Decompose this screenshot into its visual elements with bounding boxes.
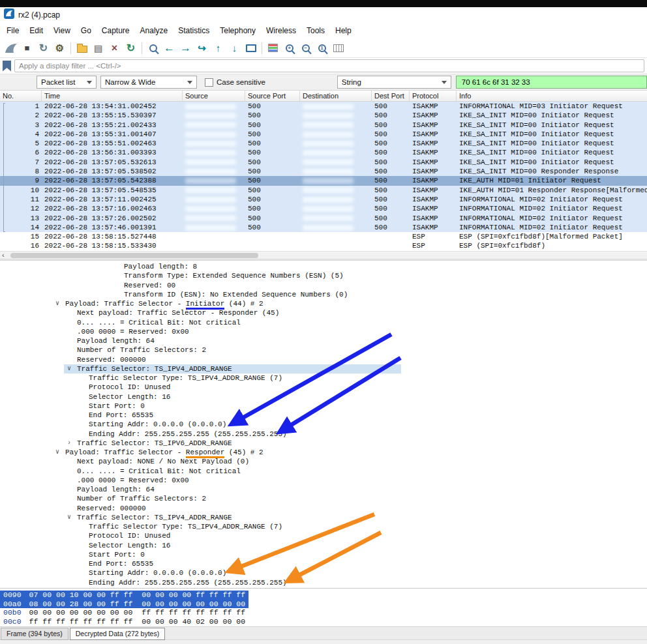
- detail-line[interactable]: Traffic Selector Type: TS_IPV4_ADDR_RANG…: [0, 522, 647, 531]
- search-type-select[interactable]: String: [337, 76, 451, 89]
- scrollbar-thumb[interactable]: [10, 253, 258, 258]
- collapse-icon[interactable]: ∨: [55, 448, 59, 457]
- detail-line[interactable]: Transform Type: Extended Sequence Number…: [0, 271, 647, 280]
- menu-edit[interactable]: Edit: [24, 24, 48, 37]
- collapse-icon[interactable]: ∨: [67, 513, 71, 522]
- menu-help[interactable]: Help: [330, 24, 357, 37]
- menu-statistics[interactable]: Statistics: [173, 24, 215, 37]
- detail-line[interactable]: ∨Payload: Traffic Selector - Responder (…: [0, 448, 647, 457]
- detail-line[interactable]: Reserved: 00: [0, 281, 647, 290]
- detail-line[interactable]: .000 0000 = Reserved: 0x00: [0, 327, 647, 336]
- column-header-dest-port[interactable]: Dest Port: [372, 91, 410, 101]
- packet-row-9[interactable]: 92022-06-28 13:57:05.542388500500ISAKMPI…: [0, 176, 647, 185]
- collapse-icon[interactable]: ∨: [55, 299, 59, 308]
- menu-go[interactable]: Go: [76, 24, 97, 37]
- packet-row-15[interactable]: 152022-06-28 13:58:15.527448ESPESP (SPI=…: [0, 232, 647, 241]
- scroll-left-icon[interactable]: ‹: [2, 251, 5, 259]
- filter-bookmark-icon[interactable]: [3, 61, 11, 72]
- packet-row-11[interactable]: 112022-06-28 13:57:11.002425500500ISAKMP…: [0, 195, 647, 204]
- menu-tools[interactable]: Tools: [301, 24, 330, 37]
- column-header-source[interactable]: Source: [183, 91, 245, 101]
- menu-view[interactable]: View: [48, 24, 76, 37]
- char-width-select[interactable]: Narrow & Wide: [100, 76, 197, 89]
- byte-view-tab[interactable]: Decrypted Data (272 bytes): [70, 628, 165, 640]
- zoom-original-icon[interactable]: 1: [314, 40, 330, 56]
- packet-row-13[interactable]: 132022-06-28 13:57:26.002502500500ISAKMP…: [0, 214, 647, 223]
- detail-line[interactable]: Reserved: 000000: [0, 355, 647, 364]
- go-top-icon[interactable]: ↑: [210, 40, 226, 56]
- detail-line[interactable]: Next payload: NONE / No Next Payload (0): [0, 457, 647, 466]
- detail-line[interactable]: Start Port: 0: [0, 550, 647, 559]
- go-back-icon[interactable]: ←: [161, 40, 177, 56]
- packet-row-16[interactable]: 162022-06-28 13:58:15.533430ESPESP (SPI=…: [0, 241, 647, 250]
- capture-start-icon[interactable]: [3, 40, 19, 56]
- auto-scroll-icon[interactable]: [243, 40, 259, 56]
- packet-row-2[interactable]: 22022-06-28 13:55:15.530397500500ISAKMPI…: [0, 111, 647, 120]
- packet-row-12[interactable]: 122022-06-28 13:57:16.002463500500ISAKMP…: [0, 204, 647, 213]
- open-file-icon[interactable]: [74, 40, 90, 56]
- search-domain-select[interactable]: Packet list: [37, 76, 97, 89]
- detail-line[interactable]: End Port: 65535: [0, 411, 647, 420]
- capture-options-icon[interactable]: ⚙: [52, 40, 68, 56]
- detail-line[interactable]: End Port: 65535: [0, 559, 647, 568]
- detail-line[interactable]: 0... .... = Critical Bit: Not critical: [0, 467, 647, 476]
- detail-line[interactable]: Starting Addr: 0.0.0.0 (0.0.0.0): [0, 420, 647, 429]
- packet-row-4[interactable]: 42022-06-28 13:55:31.001407500500ISAKMPI…: [0, 130, 647, 139]
- packet-row-3[interactable]: 32022-06-28 13:55:21.002433500500ISAKMPI…: [0, 121, 647, 130]
- expand-icon[interactable]: ›: [67, 439, 71, 448]
- packet-row-8[interactable]: 82022-06-28 13:57:05.538502500500ISAKMPI…: [0, 167, 647, 176]
- detail-line[interactable]: Payload length: 8: [0, 262, 647, 271]
- detail-line[interactable]: Selector Length: 16: [0, 541, 647, 550]
- detail-line[interactable]: Number of Traffic Selectors: 2: [0, 345, 647, 355]
- menu-wireless[interactable]: Wireless: [261, 24, 301, 37]
- detail-line[interactable]: Ending Addr: 255.255.255.255 (255.255.25…: [0, 430, 647, 439]
- detail-line[interactable]: Protocol ID: Unused: [0, 531, 647, 540]
- detail-line[interactable]: Payload length: 64: [0, 485, 647, 494]
- detail-line[interactable]: ∨Payload: Traffic Selector - Initiator (…: [0, 299, 647, 308]
- packet-row-1[interactable]: 12022-06-28 13:54:31.002452500500ISAKMPI…: [0, 102, 647, 111]
- detail-line[interactable]: ∨Traffic Selector: TS_IPV4_ADDR_RANGE: [0, 364, 647, 373]
- packet-row-6[interactable]: 62022-06-28 13:56:31.003393500500ISAKMPI…: [0, 148, 647, 157]
- detail-line[interactable]: Ending Addr: 255.255.255.255 (255.255.25…: [0, 578, 647, 587]
- resize-columns-icon[interactable]: [330, 40, 346, 56]
- column-header-source-port[interactable]: Source Port: [245, 91, 300, 101]
- column-header-no-[interactable]: No.: [0, 91, 42, 101]
- packet-row-14[interactable]: 142022-06-28 13:57:46.001391500500ISAKMP…: [0, 223, 647, 232]
- menu-file[interactable]: File: [1, 24, 24, 37]
- collapse-icon[interactable]: ∨: [67, 364, 71, 373]
- packet-row-10[interactable]: 102022-06-28 13:57:05.548535500500ISAKMP…: [0, 186, 647, 195]
- byte-view-tab[interactable]: Frame (394 bytes): [1, 628, 68, 640]
- zoom-out-icon[interactable]: −: [297, 40, 314, 56]
- column-header-destination[interactable]: Destination: [300, 91, 372, 101]
- detail-line[interactable]: ›Traffic Selector: TS_IPV6_ADDR_RANGE: [0, 439, 647, 448]
- go-to-packet-icon[interactable]: ↪: [194, 40, 210, 56]
- menu-analyze[interactable]: Analyze: [135, 24, 173, 37]
- detail-line[interactable]: ∨Traffic Selector: TS_IPV4_ADDR_RANGE: [0, 513, 647, 522]
- column-header-info[interactable]: Info: [457, 91, 647, 101]
- packet-list-hscrollbar[interactable]: ‹: [0, 251, 647, 259]
- detail-line[interactable]: Start Port: 0: [0, 402, 647, 411]
- case-sensitive-checkbox[interactable]: Case sensitive: [205, 78, 265, 87]
- display-filter-input[interactable]: Apply a display filter ... <Ctrl-/>: [14, 59, 644, 72]
- go-bottom-icon[interactable]: ↓: [226, 40, 243, 56]
- hex-row-00c0[interactable]: 00c0ff ff ff ff ff ff ff ff00 00 00 40 0…: [0, 617, 248, 626]
- find-packet-icon[interactable]: [145, 40, 161, 56]
- hex-row-0090[interactable]: 009007 00 00 10 00 00 ff ff00 00 00 00 f…: [0, 591, 248, 600]
- menu-telephony[interactable]: Telephony: [215, 24, 261, 37]
- column-header-time[interactable]: Time: [42, 91, 183, 101]
- hex-row-00a0[interactable]: 00a008 00 00 28 00 00 ff ff00 00 00 00 0…: [0, 600, 248, 609]
- detail-line[interactable]: Traffic Selector Type: TS_IPV4_ADDR_RANG…: [0, 373, 647, 383]
- detail-line[interactable]: Reserved: 000000: [0, 504, 647, 513]
- detail-line[interactable]: Payload length: 64: [0, 336, 647, 345]
- capture-stop-icon[interactable]: ■: [19, 40, 35, 56]
- detail-line[interactable]: Transform ID (ESN): No Extended Sequence…: [0, 290, 647, 299]
- menu-capture[interactable]: Capture: [97, 24, 135, 37]
- close-file-icon[interactable]: ×: [106, 40, 123, 56]
- detail-line[interactable]: 0... .... = Critical Bit: Not critical: [0, 318, 647, 327]
- detail-line[interactable]: Next payload: Traffic Selector - Respond…: [0, 308, 647, 317]
- detail-line[interactable]: Number of Traffic Selectors: 2: [0, 494, 647, 503]
- zoom-in-icon[interactable]: +: [281, 40, 297, 56]
- hex-row-00b0[interactable]: 00b000 00 00 00 00 00 00 00ff ff ff ff f…: [0, 608, 248, 617]
- detail-line[interactable]: Selector Length: 16: [0, 392, 647, 402]
- detail-line[interactable]: .000 0000 = Reserved: 0x00: [0, 476, 647, 485]
